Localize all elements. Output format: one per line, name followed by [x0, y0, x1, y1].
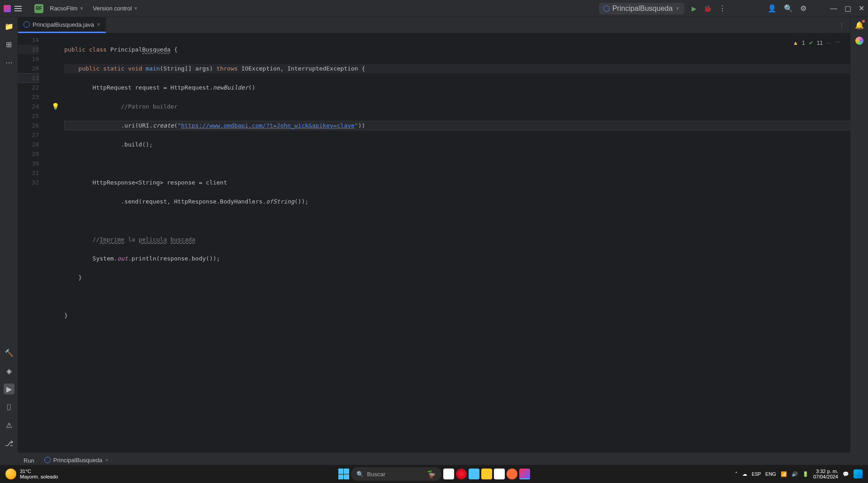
close-tab-icon[interactable]: ×	[97, 21, 100, 28]
notifications-icon[interactable]: 🔔	[855, 21, 864, 29]
main-menu-icon[interactable]	[14, 6, 22, 11]
close-run-tab-icon[interactable]: ×	[105, 457, 109, 464]
structure-tool-icon[interactable]: ⊞	[4, 39, 14, 50]
chevron-down-icon: ▼	[79, 6, 84, 11]
class-icon	[24, 21, 30, 28]
taskbar-search[interactable]: 🔍 Buscar 🦆	[351, 467, 441, 481]
settings-icon[interactable]: ⚙	[800, 4, 806, 13]
time: 3:32 p. m.	[816, 469, 838, 474]
minimize-icon[interactable]: —	[830, 5, 837, 13]
run-panel-title: Run	[24, 457, 34, 464]
date: 07/04/2024	[813, 474, 838, 479]
keyboard-lang[interactable]: ENG	[765, 471, 776, 477]
terminal-tool-icon[interactable]: ⌷	[4, 402, 14, 412]
taskview-icon[interactable]	[443, 469, 454, 479]
maximize-icon[interactable]: ▢	[844, 4, 851, 13]
wifi-icon[interactable]: 📶	[781, 471, 787, 477]
tab-filename: PrincipalBusqueda.java	[33, 21, 94, 28]
explorer-icon[interactable]	[481, 469, 492, 479]
tab-more-icon[interactable]: ⋮	[839, 22, 844, 28]
tray-chevron-icon[interactable]: ˄	[735, 471, 738, 477]
vcs-dropdown[interactable]: Version control ▼	[90, 3, 141, 14]
vcs-label: Version control	[93, 5, 132, 12]
copilot-icon[interactable]	[854, 469, 863, 478]
line-gutter: 14 15 19 20 21 22 23 24 25 26 27 28 29 3…	[18, 33, 47, 452]
run-icon[interactable]: ▶	[692, 5, 697, 12]
project-badge: RF	[34, 4, 43, 13]
opera-icon[interactable]	[456, 469, 467, 479]
battery-icon[interactable]: 🔋	[802, 471, 809, 477]
search-icon: 🔍	[356, 471, 364, 478]
project-dropdown[interactable]: RacsoFilm ▼	[47, 3, 86, 14]
ai-assistant-icon[interactable]	[855, 37, 863, 45]
search-placeholder: Buscar	[367, 471, 385, 478]
app-icon[interactable]	[494, 469, 505, 479]
notification-dot	[862, 20, 865, 23]
class-icon	[44, 457, 51, 463]
intellij-icon[interactable]	[519, 469, 530, 479]
more-tools-icon[interactable]: ⋯	[4, 57, 14, 68]
volume-icon[interactable]: 🔊	[792, 471, 798, 477]
search-icon[interactable]: 🔍	[784, 4, 793, 13]
run-tab-name: PrincipalBusqueda	[53, 457, 102, 464]
app-icon	[4, 5, 11, 12]
project-tool-icon[interactable]: 📁	[4, 21, 14, 32]
chevron-down-icon: ▼	[133, 6, 138, 11]
clock[interactable]: 3:32 p. m. 07/04/2024	[813, 469, 838, 479]
run-config-dropdown[interactable]: PrincipalBusqueda ▼	[599, 3, 684, 14]
project-name: RacsoFilm	[50, 5, 77, 12]
postman-icon[interactable]	[507, 469, 517, 479]
code-editor[interactable]: public class PrincipalBusqueda { public …	[64, 33, 850, 452]
more-icon[interactable]: ⋮	[719, 4, 726, 13]
editor-tab[interactable]: PrincipalBusqueda.java ×	[18, 17, 106, 33]
run-config-name: PrincipalBusqueda	[612, 5, 673, 13]
onedrive-icon[interactable]: ☁	[742, 471, 747, 477]
build-tool-icon[interactable]: 🔨	[4, 347, 14, 358]
services-tool-icon[interactable]: ◈	[4, 365, 14, 376]
code-with-me-icon[interactable]: 👤	[768, 4, 777, 13]
gutter-icons: 💡	[47, 33, 64, 452]
run-tool-icon[interactable]: ▶	[4, 384, 14, 394]
debug-icon[interactable]: 🐞	[704, 5, 711, 12]
problems-tool-icon[interactable]: ⚠	[4, 420, 14, 431]
start-icon[interactable]	[338, 469, 349, 479]
weather-icon	[5, 469, 16, 479]
language-label[interactable]: ESP	[752, 472, 761, 477]
notification-center-icon[interactable]: 💬	[843, 471, 849, 477]
app-icon[interactable]	[469, 469, 479, 479]
weather-widget[interactable]: 31°C Mayorm. soleado	[5, 469, 58, 479]
temperature: 31°C	[20, 469, 58, 474]
class-icon	[603, 5, 610, 12]
vcs-tool-icon[interactable]: ⎇	[4, 438, 14, 449]
bulb-icon[interactable]: 💡	[52, 102, 59, 111]
close-icon[interactable]: ✕	[859, 4, 864, 13]
weather-desc: Mayorm. soleado	[20, 474, 58, 479]
chevron-down-icon: ▼	[675, 6, 680, 11]
